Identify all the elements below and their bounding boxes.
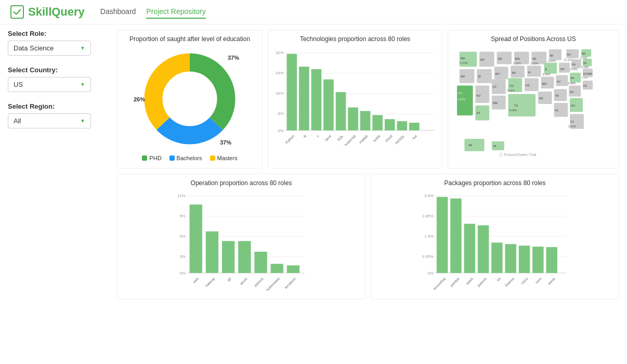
donut-svg: [138, 47, 242, 151]
packages-chart-title: Packages proportion across 80 roles: [376, 179, 613, 187]
svg-rect-162: [437, 197, 448, 273]
legend-phd-label: PHD: [149, 155, 161, 161]
svg-text:5.05%: 5.05%: [542, 73, 550, 76]
svg-text:TN: TN: [555, 94, 559, 97]
svg-text:DC/MD: DC/MD: [583, 72, 592, 75]
svg-text:c: c: [316, 134, 320, 138]
svg-text:2.85%: 2.85%: [422, 214, 434, 218]
svg-text:2.02%: 2.02%: [568, 125, 576, 128]
main-content: Select Role: Data Science ▼ Select Count…: [0, 24, 627, 305]
charts-area: Proportion of saught after level of educ…: [117, 30, 619, 300]
svg-text:NM: NM: [493, 101, 498, 105]
nav: Dashboard Project Repository: [100, 5, 206, 19]
svg-text:0%: 0%: [428, 271, 434, 276]
sidebar: Select Role: Data Science ▼ Select Count…: [8, 30, 112, 300]
svg-text:0%: 0%: [179, 271, 185, 276]
svg-text:terraform: terraform: [284, 277, 297, 290]
role-select[interactable]: Data Science ▼: [8, 41, 91, 56]
svg-text:kubernetes: kubernetes: [266, 277, 281, 292]
region-select[interactable]: All ▼: [8, 113, 91, 128]
svg-text:hadoop: hadoop: [205, 277, 216, 288]
svg-rect-144: [287, 265, 299, 273]
donut-label-phd: 37%: [228, 55, 239, 61]
svg-text:UT: UT: [493, 85, 497, 88]
svg-text:MN: MN: [515, 57, 520, 60]
svg-text:ID: ID: [478, 75, 481, 78]
role-label: Select Role:: [8, 30, 112, 37]
svg-text:MA: MA: [582, 53, 586, 55]
svg-text:3%: 3%: [179, 254, 185, 259]
svg-text:MT: MT: [480, 58, 485, 61]
svg-text:IA: IA: [528, 71, 531, 74]
svg-text:12%: 12%: [177, 193, 186, 198]
donut-chart-panel: Proportion of saught after level of educ…: [117, 30, 263, 168]
svg-text:1.9%: 1.9%: [424, 234, 434, 239]
svg-rect-23: [397, 121, 407, 131]
svg-rect-21: [372, 115, 383, 130]
svg-text:AZ: AZ: [476, 111, 480, 114]
svg-text:MO: MO: [542, 82, 547, 85]
svg-text:pytorch: pytorch: [477, 277, 488, 288]
svg-point-3: [164, 73, 216, 125]
svg-text:WA: WA: [461, 57, 465, 60]
svg-text:WI: WI: [532, 57, 536, 60]
svg-text:1.01%: 1.01%: [513, 62, 521, 65]
svg-text:24%: 24%: [276, 71, 284, 75]
legend-masters-label: Masters: [217, 155, 238, 161]
svg-text:0.95%: 0.95%: [422, 254, 434, 259]
svg-text:NC: NC: [570, 90, 574, 94]
svg-text:pandas: pandas: [449, 277, 461, 288]
region-label: Select Region:: [8, 102, 112, 110]
svg-text:tensorflow: tensorflow: [433, 277, 447, 291]
country-arrow-icon: ▼: [80, 82, 85, 87]
region-filter: Select Region: All ▼: [8, 102, 112, 128]
svg-rect-166: [491, 242, 502, 273]
svg-text:cloud: cloud: [384, 134, 393, 143]
svg-text:2.02%: 2.02%: [582, 76, 588, 79]
us-map-svg: WA 2.02% MT ND MN 1.01% WI 1.01% MI 2.02…: [453, 47, 620, 161]
svg-rect-19: [348, 108, 358, 131]
svg-text:NoSQL: NoSQL: [395, 134, 406, 146]
svg-text:GA: GA: [571, 104, 575, 107]
svg-text:matlab: matlab: [358, 134, 369, 145]
svg-text:17.17%: 17.17%: [456, 98, 465, 101]
nav-dashboard[interactable]: Dashboard: [100, 5, 136, 19]
svg-rect-140: [222, 241, 234, 273]
country-select[interactable]: US ▼: [8, 77, 91, 92]
svg-text:KY: KY: [557, 80, 561, 83]
operation-chart-panel: Operation proportion across 80 roles 12%…: [117, 174, 365, 300]
donut-svg-wrapper: 37% 26% 37%: [138, 47, 242, 151]
role-arrow-icon: ▼: [80, 45, 85, 51]
svg-text:9%: 9%: [179, 214, 185, 218]
packages-chart-panel: Packages proportion across 80 roles 3.8%…: [371, 174, 619, 300]
svg-rect-139: [206, 231, 218, 273]
logo: SkillQuery: [10, 5, 85, 19]
svg-text:scala: scala: [372, 134, 381, 142]
svg-text:spark: spark: [465, 277, 475, 286]
svg-text:2.02%: 2.02%: [460, 61, 468, 64]
svg-text:⬡ FusionCharts Trial: ⬡ FusionCharts Trial: [499, 152, 536, 157]
legend-masters: Masters: [210, 155, 238, 161]
svg-text:Java: Java: [324, 134, 332, 142]
svg-text:DC: DC: [583, 84, 587, 87]
svg-text:Python: Python: [284, 134, 295, 145]
svg-text:OH: OH: [560, 68, 565, 71]
svg-rect-169: [532, 246, 543, 273]
svg-rect-167: [505, 244, 516, 273]
svg-text:WY: WY: [495, 72, 500, 75]
svg-text:lua: lua: [412, 134, 418, 140]
svg-rect-123: [464, 139, 484, 151]
svg-text:git: git: [227, 277, 232, 282]
svg-rect-22: [385, 119, 395, 131]
us-map-panel: Spread of Positions Across US WA 2.02% M…: [448, 30, 619, 168]
logo-icon: [10, 5, 24, 19]
svg-rect-16: [311, 69, 322, 131]
nav-project-repository[interactable]: Project Repository: [146, 5, 205, 19]
donut-label-bachelors: 26%: [134, 96, 145, 102]
legend-phd: PHD: [142, 155, 161, 161]
svg-rect-143: [271, 264, 283, 273]
svg-text:16%: 16%: [276, 91, 284, 96]
donut-label-masters: 37%: [220, 139, 231, 146]
svg-rect-163: [450, 199, 461, 273]
svg-text:CO: CO: [509, 84, 514, 87]
